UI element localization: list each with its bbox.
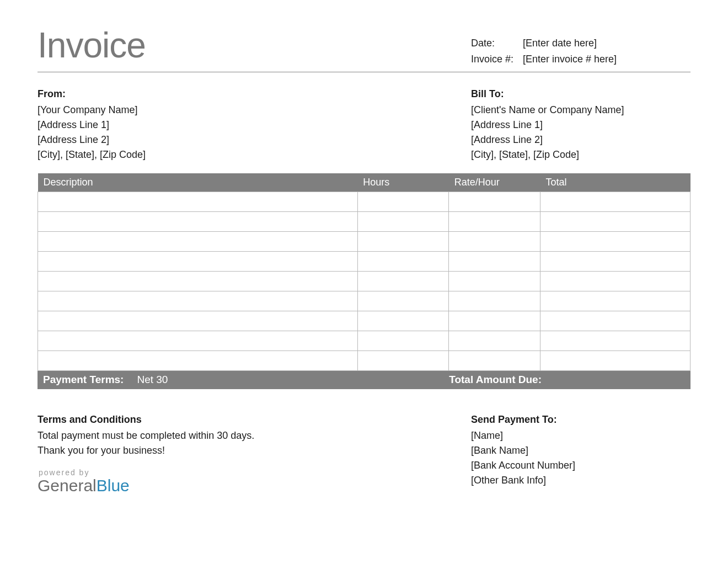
- cell-rate[interactable]: [449, 192, 540, 212]
- addresses: From: [Your Company Name] [Address Line …: [38, 87, 690, 162]
- send-payment-line[interactable]: [Bank Account Number]: [471, 458, 690, 473]
- total-amount-due: Total Amount Due:: [449, 374, 685, 386]
- table-row: [38, 252, 690, 272]
- table-row: [38, 232, 690, 252]
- meta-date-label: Date:: [471, 35, 523, 51]
- col-total: Total: [540, 173, 690, 192]
- billto-line[interactable]: [Address Line 1]: [471, 118, 690, 132]
- table-row: [38, 291, 690, 311]
- cell-total[interactable]: [540, 311, 690, 331]
- terms-line: Thank you for your business!: [38, 443, 254, 458]
- terms-block: Terms and Conditions Total payment must …: [38, 412, 254, 494]
- cell-rate[interactable]: [449, 351, 540, 371]
- brand-part1: General: [38, 476, 97, 495]
- cell-hours[interactable]: [357, 252, 449, 272]
- invoice-page: Invoice Date: [Enter date here] Invoice …: [0, 0, 728, 494]
- send-payment-block: Send Payment To: [Name] [Bank Name] [Ban…: [471, 412, 690, 494]
- table-header-row: Description Hours Rate/Hour Total: [38, 173, 690, 192]
- meta-date-value[interactable]: [Enter date here]: [523, 35, 597, 51]
- table-row: [38, 272, 690, 291]
- cell-hours[interactable]: [357, 311, 449, 331]
- cell-description[interactable]: [38, 351, 358, 371]
- billto-line[interactable]: [Address Line 2]: [471, 132, 690, 147]
- cell-total[interactable]: [540, 291, 690, 311]
- send-payment-line[interactable]: [Other Bank Info]: [471, 473, 690, 488]
- cell-rate[interactable]: [449, 212, 540, 232]
- send-payment-line[interactable]: [Name]: [471, 428, 690, 443]
- send-payment-heading: Send Payment To:: [471, 412, 690, 427]
- payment-terms: Payment Terms: Net 30: [43, 374, 168, 386]
- billto-heading: Bill To:: [471, 87, 690, 102]
- header: Invoice Date: [Enter date here] Invoice …: [38, 28, 690, 72]
- from-line[interactable]: [City], [State], [Zip Code]: [38, 147, 146, 162]
- cell-rate[interactable]: [449, 272, 540, 291]
- cell-description[interactable]: [38, 272, 358, 291]
- cell-hours[interactable]: [357, 212, 449, 232]
- col-hours: Hours: [357, 173, 449, 192]
- cell-hours[interactable]: [357, 291, 449, 311]
- billto-line[interactable]: [City], [State], [Zip Code]: [471, 147, 690, 162]
- cell-hours[interactable]: [357, 331, 449, 351]
- from-block: From: [Your Company Name] [Address Line …: [38, 87, 146, 162]
- meta-invoice-label: Invoice #:: [471, 51, 523, 67]
- cell-hours[interactable]: [357, 232, 449, 252]
- terms-line: Total payment must be completed within 3…: [38, 428, 254, 443]
- cell-description[interactable]: [38, 311, 358, 331]
- meta-date-row: Date: [Enter date here]: [471, 35, 690, 51]
- payment-terms-value[interactable]: Net 30: [137, 374, 168, 386]
- cell-total[interactable]: [540, 252, 690, 272]
- cell-total[interactable]: [540, 212, 690, 232]
- brand-logo: GeneralBlue: [38, 477, 254, 494]
- table-row: [38, 212, 690, 232]
- from-line[interactable]: [Address Line 2]: [38, 132, 146, 147]
- cell-description[interactable]: [38, 212, 358, 232]
- cell-description[interactable]: [38, 192, 358, 212]
- bottom-section: Terms and Conditions Total payment must …: [38, 412, 690, 494]
- page-title: Invoice: [38, 28, 146, 63]
- cell-total[interactable]: [540, 331, 690, 351]
- table-row: [38, 192, 690, 212]
- billto-block: Bill To: [Client's Name or Company Name]…: [471, 87, 690, 162]
- meta-invoice-value[interactable]: [Enter invoice # here]: [523, 51, 617, 67]
- meta-invoice-row: Invoice #: [Enter invoice # here]: [471, 51, 690, 67]
- table-row: [38, 331, 690, 351]
- send-payment-line[interactable]: [Bank Name]: [471, 443, 690, 458]
- cell-rate[interactable]: [449, 252, 540, 272]
- total-due-label: Total Amount Due:: [449, 374, 542, 385]
- cell-description[interactable]: [38, 232, 358, 252]
- from-heading: From:: [38, 87, 146, 102]
- table-row: [38, 311, 690, 331]
- brand-part2: Blue: [97, 476, 130, 495]
- cell-hours[interactable]: [357, 351, 449, 371]
- cell-description[interactable]: [38, 252, 358, 272]
- cell-total[interactable]: [540, 272, 690, 291]
- billto-line[interactable]: [Client's Name or Company Name]: [471, 103, 690, 118]
- cell-rate[interactable]: [449, 311, 540, 331]
- terms-heading: Terms and Conditions: [38, 412, 254, 427]
- col-description: Description: [38, 173, 358, 192]
- cell-total[interactable]: [540, 192, 690, 212]
- from-line[interactable]: [Address Line 1]: [38, 118, 146, 132]
- cell-rate[interactable]: [449, 331, 540, 351]
- line-items-table: Description Hours Rate/Hour Total Paymen…: [38, 173, 690, 390]
- cell-description[interactable]: [38, 291, 358, 311]
- cell-hours[interactable]: [357, 272, 449, 291]
- col-rate: Rate/Hour: [449, 173, 540, 192]
- powered-by: powered by GeneralBlue: [38, 467, 254, 494]
- cell-total[interactable]: [540, 232, 690, 252]
- cell-total[interactable]: [540, 351, 690, 371]
- cell-hours[interactable]: [357, 192, 449, 212]
- cell-rate[interactable]: [449, 291, 540, 311]
- cell-description[interactable]: [38, 331, 358, 351]
- from-line[interactable]: [Your Company Name]: [38, 103, 146, 118]
- table-footer: Payment Terms: Net 30 Total Amount Due:: [38, 371, 690, 389]
- payment-terms-label: Payment Terms:: [43, 374, 124, 386]
- cell-rate[interactable]: [449, 232, 540, 252]
- table-row: [38, 351, 690, 371]
- invoice-meta: Date: [Enter date here] Invoice #: [Ente…: [471, 35, 690, 67]
